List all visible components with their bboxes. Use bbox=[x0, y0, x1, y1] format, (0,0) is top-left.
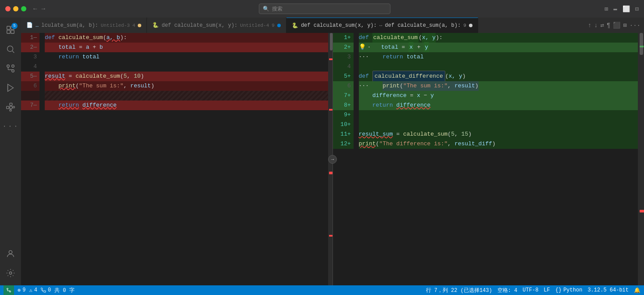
svg-rect-16 bbox=[13, 106, 15, 108]
toolbar-more[interactable]: ··· bbox=[630, 22, 640, 29]
rcode-line-2: 💡· total = x + y bbox=[359, 43, 638, 52]
line-num-1: 1— bbox=[21, 33, 39, 43]
toolbar-down[interactable]: ↓ bbox=[594, 22, 597, 29]
editor-area: 📄 … lculate_sum(a, b): Untitled-3 4 🐍 de… bbox=[21, 18, 644, 285]
status-left: ⊗ 9 ⚠ 4 0 共 0 字 bbox=[4, 285, 75, 295]
status-position[interactable]: 行 7，列 22 (已选择143) bbox=[426, 287, 492, 294]
forward-arrow[interactable]: → bbox=[41, 5, 45, 12]
titlebar: ← → 🔍 搜索 ⊞ ▬ ⬜ ⊟ bbox=[0, 0, 644, 18]
toolbar-word[interactable]: ⬛ bbox=[613, 22, 620, 29]
left-editor-panel: 1— 2— 3 4 5— 6 7— def calculate_sum(a, b… bbox=[21, 33, 333, 285]
code-line-3: return total bbox=[45, 52, 328, 62]
status-info[interactable]: 0 bbox=[41, 287, 51, 293]
line-num-7: 7— bbox=[21, 101, 39, 110]
activity-account[interactable] bbox=[2, 245, 19, 263]
svg-rect-3 bbox=[11, 30, 14, 33]
status-chars[interactable]: 共 0 字 bbox=[54, 287, 75, 294]
rcode-line-5: def calculate_difference(x, y) bbox=[359, 72, 638, 81]
layout-icon-1[interactable]: ⊞ bbox=[605, 5, 608, 13]
rline-num-8: 8+ bbox=[333, 101, 354, 110]
rline-num-6: 6 bbox=[333, 81, 354, 91]
activity-source-control[interactable] bbox=[2, 60, 19, 77]
left-line-numbers: 1— 2— 3 4 5— 6 7— bbox=[21, 33, 43, 285]
maximize-button[interactable] bbox=[21, 6, 26, 11]
toolbar-up[interactable]: ↑ bbox=[588, 22, 591, 29]
status-bell[interactable]: 🔔 bbox=[634, 287, 640, 294]
activity-search[interactable] bbox=[2, 40, 19, 58]
info-count: 0 bbox=[48, 287, 51, 293]
line-num-4: 4 bbox=[22, 62, 39, 72]
nav-arrows: ← → bbox=[33, 5, 45, 12]
activity-bar: 5 bbox=[0, 18, 21, 285]
right-code-content[interactable]: def calculate_sum(x, y): 💡· total = x + … bbox=[357, 33, 638, 285]
status-language[interactable]: {} Python bbox=[555, 287, 583, 293]
tab-1[interactable]: 📄 … lculate_sum(a, b): Untitled-3 4 bbox=[21, 18, 147, 33]
chars-label: 共 0 字 bbox=[54, 287, 75, 294]
rcode-line-3: ··· return total bbox=[359, 52, 638, 62]
tab2-num: 9 bbox=[272, 23, 275, 28]
rcode-line-7: difference = x − y bbox=[359, 91, 638, 101]
status-line-ending[interactable]: LF bbox=[544, 287, 550, 293]
status-warnings[interactable]: ⚠ 4 bbox=[29, 287, 37, 294]
tab-bar: 📄 … lculate_sum(a, b): Untitled-3 4 🐍 de… bbox=[21, 18, 644, 33]
rline-num-2: 2+ bbox=[333, 43, 354, 52]
main-layout: 5 bbox=[0, 18, 644, 285]
layout-icon-2[interactable]: ▬ bbox=[613, 5, 617, 13]
status-git[interactable] bbox=[4, 285, 14, 295]
divider-arrow: → bbox=[328, 155, 337, 164]
warning-icon: ⚠ bbox=[29, 287, 32, 294]
tab3-num: 9 bbox=[463, 23, 466, 28]
toolbar-swap[interactable]: ⇄ bbox=[601, 22, 604, 29]
layout-icon-4[interactable]: ⊟ bbox=[635, 5, 639, 13]
svg-rect-2 bbox=[7, 30, 10, 33]
line-num-2: 2— bbox=[21, 43, 39, 52]
activity-bottom bbox=[2, 245, 19, 285]
status-encoding[interactable]: UTF-8 bbox=[522, 287, 538, 293]
python-version-label: 3.12.5 64-bit bbox=[587, 287, 629, 293]
svg-point-8 bbox=[12, 65, 14, 68]
code-line-4 bbox=[45, 62, 328, 72]
close-button[interactable] bbox=[5, 6, 11, 11]
line-ending-label: LF bbox=[544, 287, 550, 293]
rline-num-3: 3 bbox=[333, 52, 354, 62]
status-python-version[interactable]: 3.12.5 64-bit bbox=[587, 287, 629, 293]
toolbar-align[interactable]: ¶ bbox=[607, 22, 610, 29]
rline-num-11: 11+ bbox=[333, 130, 354, 139]
tab-3[interactable]: 🐍 def calculate_sum(x, y): ↔ def calcula… bbox=[286, 18, 478, 33]
rcode-line-1: def calculate_sum(x, y): bbox=[359, 33, 638, 43]
layout-icon-3[interactable]: ⬜ bbox=[623, 5, 630, 13]
svg-rect-13 bbox=[7, 106, 9, 109]
position-label: 行 7，列 22 (已选择143) bbox=[426, 287, 492, 294]
rline-num-7: 7+ bbox=[333, 91, 354, 101]
search-bar[interactable]: 🔍 搜索 bbox=[259, 4, 390, 14]
rcode-line-8: return difference bbox=[359, 101, 638, 110]
tab-2[interactable]: 🐍 def calculate_sum(x, y): Untitled-4 9 bbox=[147, 18, 286, 33]
tab3-icon: 🐍 bbox=[292, 22, 298, 29]
activity-settings[interactable] bbox=[2, 264, 19, 282]
lang-braces: {} bbox=[555, 287, 562, 293]
svg-point-18 bbox=[9, 251, 12, 254]
status-errors[interactable]: ⊗ 9 bbox=[18, 287, 25, 294]
status-indent[interactable]: 空格: 4 bbox=[497, 287, 518, 294]
activity-more[interactable]: ··· bbox=[2, 118, 19, 135]
encoding-label: UTF-8 bbox=[522, 287, 538, 293]
left-code-content[interactable]: def calculate_sum(a, b): total = a + b r… bbox=[43, 33, 328, 285]
right-scrollbar[interactable] bbox=[638, 33, 644, 285]
error-count: 9 bbox=[22, 287, 25, 293]
toolbar-split[interactable]: ⊞ bbox=[623, 22, 626, 29]
traffic-lights bbox=[5, 6, 26, 11]
back-arrow[interactable]: ← bbox=[33, 5, 37, 12]
activity-run[interactable] bbox=[2, 79, 19, 97]
minimize-button[interactable] bbox=[13, 6, 18, 11]
svg-point-4 bbox=[7, 46, 13, 52]
svg-rect-14 bbox=[10, 103, 12, 106]
error-icon: ⊗ bbox=[18, 287, 21, 294]
tab1-label: … bbox=[36, 22, 39, 29]
tab1-filename: Untitled-3 bbox=[101, 23, 130, 28]
bell-icon: 🔔 bbox=[634, 287, 640, 294]
right-scroll-thumb[interactable] bbox=[640, 33, 643, 55]
tab2-icon: 🐍 bbox=[152, 22, 159, 29]
activity-extensions[interactable] bbox=[2, 98, 19, 116]
activity-explorer[interactable]: 5 bbox=[2, 21, 19, 39]
editor-panels: 1— 2— 3 4 5— 6 7— def calculate_sum(a, b… bbox=[21, 33, 644, 285]
